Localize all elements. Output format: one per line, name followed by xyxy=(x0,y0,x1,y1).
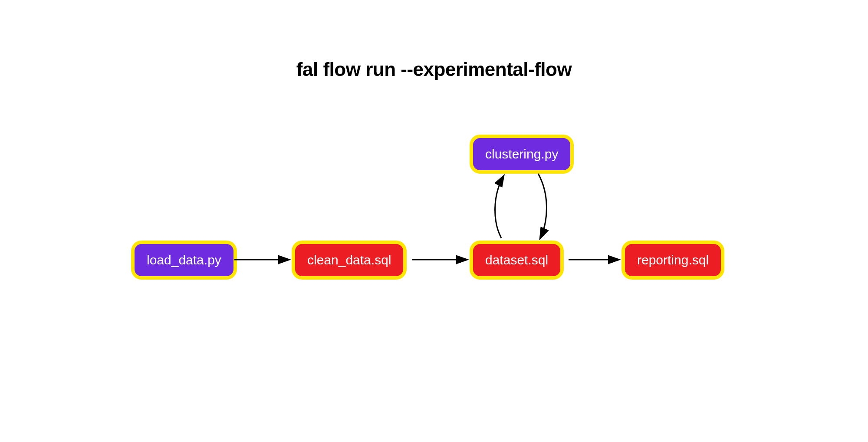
edge-dataset-to-clustering xyxy=(495,176,503,238)
diagram-arrows xyxy=(0,0,868,442)
edge-clustering-to-dataset xyxy=(538,174,546,238)
